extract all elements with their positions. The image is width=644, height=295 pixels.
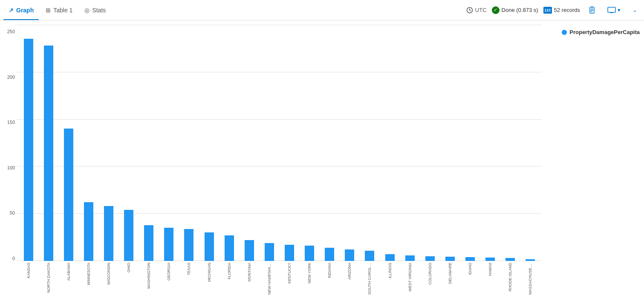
bar-group[interactable]: [240, 25, 259, 261]
bar[interactable]: [24, 39, 33, 261]
x-axis-label: SOUTH CAROLINA: [360, 263, 379, 295]
x-axis-label: DELAWARE: [440, 263, 459, 284]
bar-group[interactable]: [260, 25, 279, 261]
bar-group[interactable]: [179, 25, 199, 261]
bar[interactable]: [245, 240, 254, 261]
x-axis-label: WISCONSIN: [99, 263, 118, 285]
tab-graph-label: Graph: [16, 7, 34, 14]
x-axis-label: NEW HAMPSHIRE: [260, 263, 279, 295]
graph-icon: ↗: [9, 7, 14, 14]
bar-group[interactable]: [99, 25, 118, 261]
bar-group[interactable]: [39, 25, 58, 261]
clipboard-button[interactable]: [585, 5, 599, 16]
y-axis-label: 200: [2, 74, 15, 80]
x-axis-label: ILLINOIS: [380, 263, 399, 278]
bar-group[interactable]: [481, 25, 500, 261]
bar[interactable]: [44, 46, 53, 261]
bar[interactable]: [124, 210, 133, 261]
x-axis-label: ARIZONA: [340, 263, 359, 280]
tab-stats[interactable]: ◎ Stats: [79, 0, 111, 20]
bar-group[interactable]: [59, 25, 78, 261]
bar-group[interactable]: [280, 25, 299, 261]
tab-stats-label: Stats: [92, 7, 106, 14]
bar-group[interactable]: [400, 25, 419, 261]
x-axis-label: RHODE ISLAND: [501, 263, 520, 292]
records-icon: 123: [543, 7, 552, 14]
bar-group[interactable]: [420, 25, 439, 261]
bar[interactable]: [305, 246, 314, 261]
x-axis-label: MICHIGAN: [199, 263, 219, 282]
x-axis-label: KANSAS: [19, 263, 38, 278]
bar[interactable]: [84, 202, 93, 261]
bar[interactable]: [205, 232, 214, 261]
bar-group[interactable]: [521, 25, 540, 261]
y-axis-label: 0: [2, 256, 15, 261]
status-label: Done (0.873 s): [502, 7, 538, 13]
y-axis-label: 50: [2, 210, 15, 215]
y-axis: 250200150100500: [0, 25, 17, 295]
bar[interactable]: [425, 256, 435, 261]
bar[interactable]: [225, 235, 234, 261]
bar-group[interactable]: [300, 25, 319, 261]
status-item: ✓ Done (0.873 s): [492, 6, 538, 14]
bar[interactable]: [445, 257, 455, 261]
x-axis-label: TEXAS: [179, 263, 199, 275]
bar[interactable]: [465, 257, 475, 261]
bar[interactable]: [164, 228, 173, 261]
bar[interactable]: [184, 229, 193, 261]
bar[interactable]: [104, 206, 113, 261]
bar[interactable]: [285, 245, 294, 261]
x-axis-label: OHIO: [119, 263, 139, 272]
bar[interactable]: [505, 258, 515, 261]
x-axis-label: COLORADO: [420, 263, 439, 285]
x-axis-label: NORTH DAKOTA: [39, 263, 58, 293]
bar-group[interactable]: [79, 25, 98, 261]
chevron-icon: ⌄: [632, 7, 637, 13]
x-axis-label: INDIANA: [320, 263, 339, 278]
bar[interactable]: [365, 251, 374, 261]
bar[interactable]: [345, 249, 354, 261]
toolbar-right: UTC ✓ Done (0.873 s) 123 52 records ▾: [466, 5, 641, 16]
y-axis-label: 100: [2, 165, 15, 170]
clock-icon: [466, 7, 473, 14]
bar-group[interactable]: [139, 25, 159, 261]
bar-group[interactable]: [460, 25, 479, 261]
stats-icon: ◎: [84, 7, 90, 14]
tab-graph[interactable]: ↗ Graph: [3, 0, 39, 20]
x-axis-label: HAWAII: [481, 263, 500, 276]
collapse-button[interactable]: ⌄: [629, 5, 641, 15]
bar[interactable]: [265, 243, 274, 261]
bar[interactable]: [144, 225, 153, 261]
bar-group[interactable]: [380, 25, 399, 261]
bar-group[interactable]: [320, 25, 339, 261]
tab-table1[interactable]: ⊞ Table 1: [40, 0, 78, 20]
bar-group[interactable]: [219, 25, 239, 261]
bar[interactable]: [485, 258, 495, 261]
x-axis-label: NEW YORK: [300, 263, 319, 284]
y-axis-label: 150: [2, 120, 15, 125]
bar-group[interactable]: [501, 25, 520, 261]
x-labels: KANSASNORTH DAKOTAALABAMAMINNESOTAWISCON…: [17, 261, 542, 295]
bar[interactable]: [325, 248, 334, 261]
bar[interactable]: [385, 254, 395, 261]
bar[interactable]: [64, 129, 73, 261]
x-axis-label: KENTUCKY: [280, 263, 299, 284]
x-axis-label: MASSACHUSETTS: [521, 263, 540, 295]
bar-group[interactable]: [199, 25, 219, 261]
bar-group[interactable]: [440, 25, 459, 261]
display-button[interactable]: ▾: [604, 5, 624, 15]
records-label: 52 records: [554, 7, 580, 13]
timezone-item[interactable]: UTC: [466, 7, 487, 14]
x-axis-label: ALABAMA: [59, 263, 78, 281]
y-axis-label: 250: [2, 29, 15, 34]
bar-group[interactable]: [340, 25, 359, 261]
bar-group[interactable]: [360, 25, 379, 261]
bar-group[interactable]: [19, 25, 38, 261]
x-axis-label: MINNESOTA: [79, 263, 98, 285]
bar-group[interactable]: [119, 25, 139, 261]
x-axis-label: IDAHO: [460, 263, 479, 275]
display-icon: [607, 7, 616, 14]
svg-rect-5: [608, 7, 615, 12]
bar[interactable]: [405, 255, 415, 261]
bar-group[interactable]: [159, 25, 179, 261]
